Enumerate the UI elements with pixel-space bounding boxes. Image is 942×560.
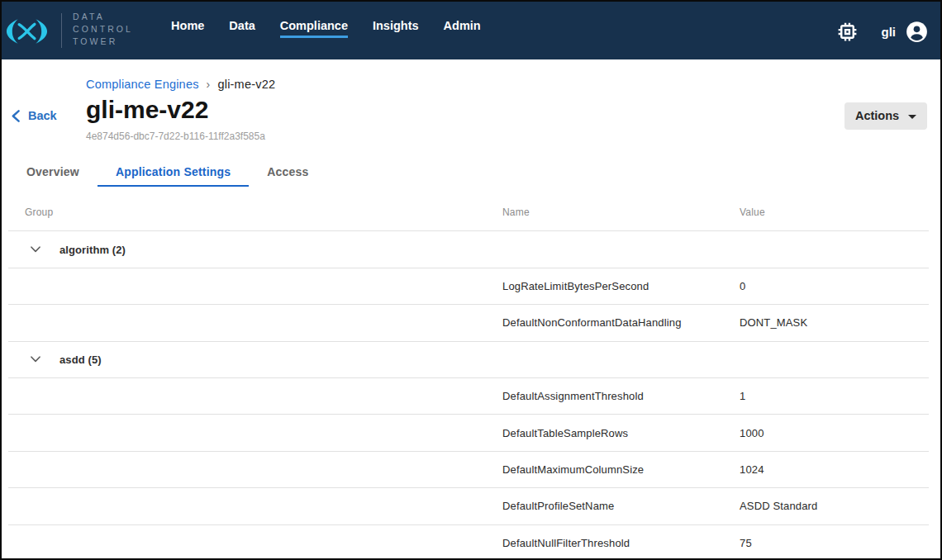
column-header-value: Value (723, 206, 929, 218)
brand-divider (61, 13, 62, 48)
tab-bar: Overview Application Settings Access (8, 156, 940, 187)
dct-logo-icon[interactable] (4, 19, 50, 44)
table-row-group-algorithm: algorithm (2) (8, 231, 929, 268)
group-label: algorithm (2) (59, 244, 126, 256)
setting-name: DefaultNonConformantDataHandling (486, 316, 723, 329)
setting-value: 1000 (723, 427, 929, 439)
nav-item-compliance[interactable]: Compliance (268, 0, 360, 56)
table-row-setting: DefaultProfileSetName ASDD Standard (8, 488, 929, 524)
actions-button[interactable]: Actions (844, 102, 927, 130)
engine-uuid: 4e874d56-dbc7-7d22-b116-11ff2a3f585a (86, 130, 940, 143)
back-label: Back (28, 109, 57, 122)
table-row-setting: DefaultNullFilterThreshold 75 (8, 525, 929, 560)
back-button[interactable]: Back (12, 109, 57, 122)
table-header-row: Group Name Value (8, 193, 929, 231)
table-row-setting: DefaultTableSampleRows 1000 (8, 415, 929, 451)
setting-value: 1024 (723, 463, 929, 476)
table-row-setting: DefaultNonConformantDataHandling DONT_MA… (8, 305, 929, 341)
group-cell: algorithm (2) (8, 244, 486, 256)
setting-name: DefaultAssignmentThreshold (486, 390, 723, 402)
setting-name: LogRateLimitBytesPerSecond (486, 280, 723, 292)
breadcrumb-link-compliance-engines[interactable]: Compliance Engines (86, 77, 199, 93)
chevron-left-icon (12, 110, 20, 122)
chevron-down-icon[interactable] (31, 356, 40, 363)
setting-value: 1 (723, 390, 929, 402)
table-row-group-asdd: asdd (5) (8, 342, 929, 378)
setting-name: DefaultTableSampleRows (486, 427, 723, 439)
table-row-setting: DefaultMaximumColumnSize 1024 (8, 452, 929, 488)
application-settings-table: Group Name Value algorithm (2) LogRateLi… (8, 193, 929, 560)
main-nav: Home Data Compliance Insights Admin (159, 0, 493, 56)
setting-name: DefaultNullFilterThreshold (486, 537, 723, 549)
tab-overview[interactable]: Overview (8, 156, 98, 187)
tab-application-settings[interactable]: Application Settings (98, 156, 249, 187)
breadcrumb: Compliance Engines › gli-me-v22 (86, 77, 940, 93)
setting-value: DONT_MASK (723, 316, 929, 329)
username-label: gli (882, 25, 897, 39)
group-label: asdd (5) (59, 354, 102, 366)
nav-item-insights[interactable]: Insights (360, 0, 431, 56)
setting-name: DefaultMaximumColumnSize (486, 463, 723, 476)
table-row-setting: DefaultAssignmentThreshold 1 (8, 378, 929, 415)
chevron-down-icon[interactable] (31, 246, 40, 253)
top-navbar: DATA CONTROL TOWER Home Data Compliance … (2, 2, 940, 59)
group-cell: asdd (5) (8, 354, 486, 366)
user-avatar-icon[interactable] (906, 21, 928, 43)
page-header: Compliance Engines › gli-me-v22 gli-me-v… (86, 59, 940, 143)
page-title: gli-me-v22 (86, 97, 940, 123)
column-header-name: Name (486, 206, 723, 218)
setting-value: 75 (723, 537, 929, 549)
actions-label: Actions (855, 109, 899, 122)
setting-value: 0 (723, 280, 929, 292)
engine-chip-icon[interactable] (835, 20, 859, 44)
breadcrumb-current: gli-me-v22 (217, 77, 275, 93)
column-header-group: Group (8, 206, 486, 218)
navbar-right-group: gli (835, 20, 929, 44)
setting-value: ASDD Standard (723, 500, 929, 512)
caret-down-icon (908, 115, 916, 119)
setting-name: DefaultProfileSetName (486, 500, 723, 512)
page-content: Back Compliance Engines › gli-me-v22 gli… (2, 59, 940, 560)
brand-wordmark: DATA CONTROL TOWER (73, 11, 133, 48)
nav-item-data[interactable]: Data (216, 0, 267, 56)
nav-item-admin[interactable]: Admin (431, 0, 493, 56)
table-row-setting: LogRateLimitBytesPerSecond 0 (8, 268, 929, 305)
app-window: DATA CONTROL TOWER Home Data Compliance … (0, 0, 942, 560)
tab-access[interactable]: Access (249, 156, 326, 187)
breadcrumb-separator-icon: › (207, 77, 211, 93)
nav-item-home[interactable]: Home (159, 0, 216, 56)
